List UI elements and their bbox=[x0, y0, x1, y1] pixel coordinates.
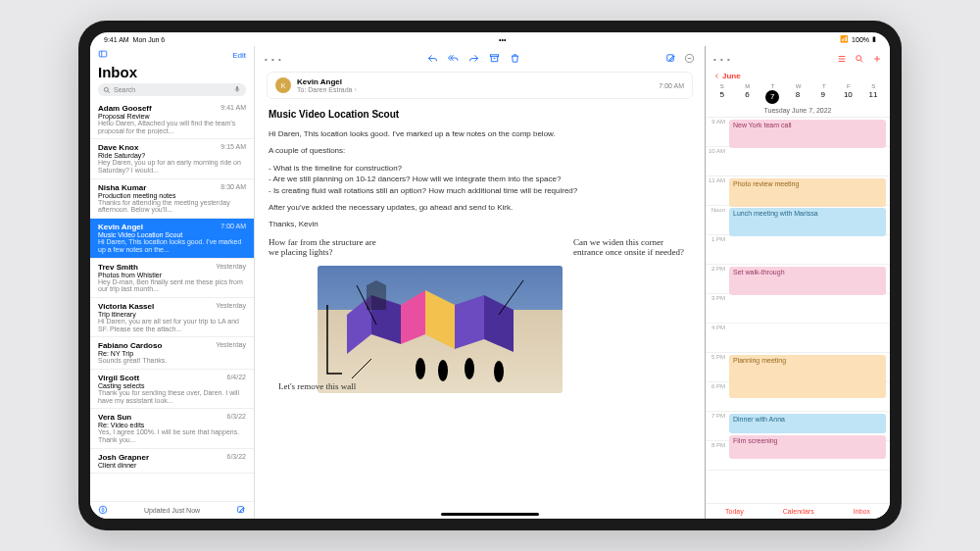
svg-marker-10 bbox=[401, 290, 425, 344]
calendar-footer-button[interactable]: Calendars bbox=[783, 508, 814, 515]
day-cell[interactable]: 7 bbox=[765, 90, 779, 104]
chevron-left-icon bbox=[713, 73, 720, 79]
calendar-pane: • • • June SMTWTFS 567891011 Tuesday Jun… bbox=[706, 46, 890, 519]
message-item[interactable]: Nisha Kumar8:30 AMProduction meeting not… bbox=[90, 179, 254, 219]
mail-body-pane: • • • K Kevin bbox=[255, 46, 706, 519]
calendar-event[interactable]: Lunch meeting with Marissa bbox=[729, 208, 886, 236]
svg-point-16 bbox=[438, 360, 448, 381]
home-indicator[interactable] bbox=[441, 513, 539, 516]
multitask-dots-icon[interactable]: • • • bbox=[713, 55, 731, 64]
selected-date-label: Tuesday June 7, 2022 bbox=[706, 107, 890, 118]
photo bbox=[318, 266, 563, 393]
message-item[interactable]: Adam Gooseff9:41 AMProposal ReviewHello … bbox=[90, 100, 254, 139]
search-input[interactable]: Search bbox=[98, 83, 246, 96]
svg-point-17 bbox=[465, 358, 474, 379]
svg-point-18 bbox=[494, 361, 504, 382]
calendar-event[interactable]: Dinner with Anna bbox=[729, 414, 886, 433]
status-bar: 9:41 AM Mon Jun 6 ••• 📶 100% ▮ bbox=[90, 32, 890, 46]
svg-rect-2 bbox=[236, 86, 238, 90]
status-date: Mon Jun 6 bbox=[133, 36, 166, 43]
signal-icon: 📶 bbox=[840, 35, 849, 43]
calendar-footer-button[interactable]: Inbox bbox=[854, 508, 870, 515]
svg-rect-5 bbox=[490, 55, 498, 57]
remove-split-icon[interactable] bbox=[684, 50, 695, 68]
add-event-icon[interactable] bbox=[872, 50, 882, 68]
ipad-frame: 9:41 AM Mon Jun 6 ••• 📶 100% ▮ Edit Inbo… bbox=[78, 21, 902, 530]
calendar-event[interactable]: Film screening bbox=[729, 435, 886, 459]
battery-pct: 100% bbox=[852, 36, 869, 43]
trash-icon[interactable] bbox=[510, 50, 520, 68]
sidebar-toggle-icon[interactable] bbox=[98, 49, 108, 61]
photo-illustration bbox=[318, 266, 563, 393]
svg-point-1 bbox=[104, 87, 108, 91]
message-item[interactable]: Kevin Angel7:00 AMMusic Video Location S… bbox=[90, 219, 254, 258]
svg-marker-14 bbox=[367, 280, 386, 310]
mail-sidebar: Edit Inbox Search Adam Gooseff9:41 AMPro… bbox=[90, 46, 255, 519]
dictate-icon[interactable] bbox=[233, 85, 241, 94]
recipient-line: To: Daren Estrada › bbox=[297, 86, 653, 93]
filter-icon[interactable] bbox=[98, 505, 108, 516]
message-item[interactable]: Vera Sun6/3/22Re: Video editsYes, I agre… bbox=[90, 409, 254, 448]
day-cell[interactable]: 8 bbox=[791, 90, 805, 104]
svg-point-19 bbox=[857, 56, 861, 61]
calendar-event[interactable]: Photo review meeting bbox=[729, 178, 886, 207]
calendar-event[interactable]: New York team call bbox=[729, 120, 886, 148]
reply-all-icon[interactable] bbox=[448, 50, 459, 68]
message-item[interactable]: Trev SmithYesterdayPhotos from WhistlerH… bbox=[90, 259, 254, 298]
svg-marker-11 bbox=[425, 290, 455, 349]
status-time: 9:41 AM bbox=[104, 36, 129, 43]
message-subject: Music Video Location Scout bbox=[269, 109, 691, 120]
message-item[interactable]: Victoria KasselYesterdayTrip itineraryHi… bbox=[90, 298, 254, 337]
search-icon bbox=[103, 86, 111, 94]
message-header[interactable]: K Kevin Angel To: Daren Estrada › 7:00 A… bbox=[267, 72, 693, 99]
day-cell[interactable]: 5 bbox=[715, 90, 729, 104]
annotation-text: How far from the structure are we placin… bbox=[269, 238, 386, 258]
day-cell[interactable]: 10 bbox=[841, 90, 855, 104]
calendar-footer: TodayCalendarsInbox bbox=[706, 503, 890, 519]
message-item[interactable]: Fabiano CardosoYesterdayRe: NY TripSound… bbox=[90, 337, 254, 370]
reply-icon[interactable] bbox=[427, 50, 438, 68]
svg-point-15 bbox=[416, 358, 425, 379]
compose-icon[interactable] bbox=[236, 505, 246, 516]
message-item[interactable]: Dave Knox9:15 AMRide Saturday?Hey Daren,… bbox=[90, 139, 254, 178]
edit-button[interactable]: Edit bbox=[232, 51, 246, 60]
multitask-dots-icon[interactable]: ••• bbox=[499, 36, 506, 43]
archive-icon[interactable] bbox=[489, 50, 500, 68]
forward-icon[interactable] bbox=[468, 50, 479, 68]
screen: 9:41 AM Mon Jun 6 ••• 📶 100% ▮ Edit Inbo… bbox=[90, 32, 890, 519]
message-item[interactable]: Josh Grapner6/3/22Client dinner bbox=[90, 449, 254, 474]
compose-icon[interactable] bbox=[665, 50, 676, 68]
sender-avatar: K bbox=[275, 77, 291, 93]
day-cell[interactable]: 11 bbox=[866, 90, 880, 104]
inbox-title: Inbox bbox=[90, 64, 254, 83]
calendar-footer-button[interactable]: Today bbox=[725, 508, 744, 515]
agenda-view[interactable]: 9 AM10 AM11 AMNoon1 PM2 PM3 PM4 PM5 PM6 … bbox=[706, 118, 890, 503]
day-cell[interactable]: 9 bbox=[816, 90, 830, 104]
month-back-button[interactable]: June bbox=[706, 72, 890, 80]
svg-rect-0 bbox=[99, 51, 107, 57]
svg-marker-13 bbox=[484, 295, 514, 352]
message-item[interactable]: Virgil Scott6/4/22Casting selectsThank y… bbox=[90, 370, 254, 409]
weekday-row: SMTWTFS bbox=[706, 80, 890, 90]
message-content: Music Video Location Scout Hi Daren, Thi… bbox=[255, 99, 705, 410]
day-cell[interactable]: 6 bbox=[741, 90, 755, 104]
multitask-dots-icon[interactable]: • • • bbox=[265, 55, 282, 64]
sender-name: Kevin Angel bbox=[297, 77, 653, 86]
search-icon[interactable] bbox=[855, 50, 864, 68]
svg-marker-12 bbox=[455, 295, 484, 349]
list-view-icon[interactable] bbox=[837, 50, 847, 68]
message-time: 7:00 AM bbox=[659, 82, 684, 89]
annotation-text: Let's remove this wall bbox=[278, 382, 356, 392]
message-list: Adam Gooseff9:41 AMProposal ReviewHello … bbox=[90, 100, 254, 501]
attachment-image[interactable]: How far from the structure are we placin… bbox=[269, 238, 691, 400]
annotation-text: Can we widen this corner entrance once o… bbox=[573, 238, 691, 258]
days-row: 567891011 bbox=[706, 90, 890, 107]
updated-label: Updated Just Now bbox=[144, 507, 200, 514]
battery-icon: ▮ bbox=[872, 35, 876, 43]
calendar-event[interactable]: Planning meeting bbox=[729, 355, 886, 398]
calendar-event[interactable]: Set walk-through bbox=[729, 267, 886, 295]
